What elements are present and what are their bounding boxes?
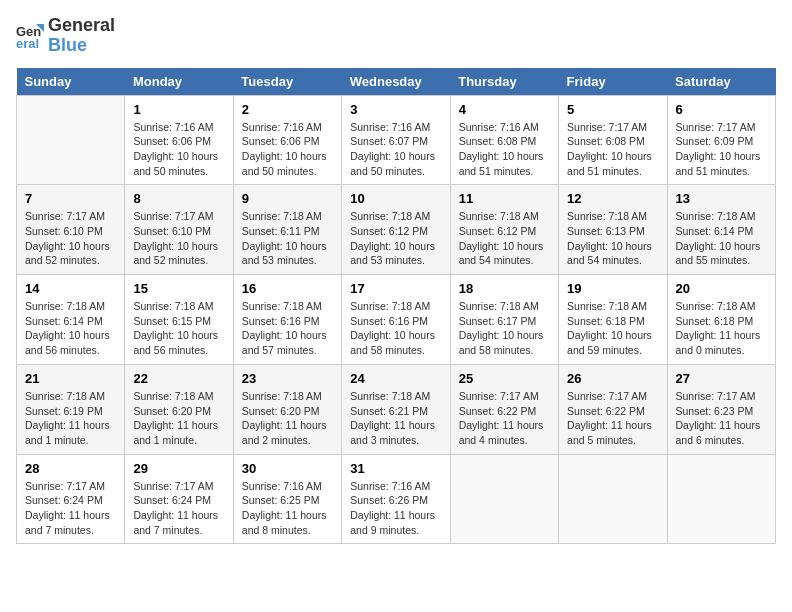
- calendar-cell: 31Sunrise: 7:16 AM Sunset: 6:26 PM Dayli…: [342, 454, 450, 544]
- calendar-cell: 23Sunrise: 7:18 AM Sunset: 6:20 PM Dayli…: [233, 364, 341, 454]
- calendar-cell: 4Sunrise: 7:16 AM Sunset: 6:08 PM Daylig…: [450, 95, 558, 185]
- day-info: Sunrise: 7:18 AM Sunset: 6:14 PM Dayligh…: [676, 209, 767, 268]
- column-header-sunday: Sunday: [17, 68, 125, 96]
- logo: Gen eral General Blue: [16, 16, 115, 56]
- day-info: Sunrise: 7:17 AM Sunset: 6:22 PM Dayligh…: [567, 389, 658, 448]
- column-header-saturday: Saturday: [667, 68, 775, 96]
- day-info: Sunrise: 7:18 AM Sunset: 6:12 PM Dayligh…: [350, 209, 441, 268]
- day-number: 8: [133, 191, 224, 206]
- calendar-cell: 19Sunrise: 7:18 AM Sunset: 6:18 PM Dayli…: [559, 275, 667, 365]
- calendar-cell: 9Sunrise: 7:18 AM Sunset: 6:11 PM Daylig…: [233, 185, 341, 275]
- day-info: Sunrise: 7:18 AM Sunset: 6:16 PM Dayligh…: [350, 299, 441, 358]
- page-header: Gen eral General Blue: [16, 16, 776, 56]
- calendar-cell: 7Sunrise: 7:17 AM Sunset: 6:10 PM Daylig…: [17, 185, 125, 275]
- calendar-cell: 12Sunrise: 7:18 AM Sunset: 6:13 PM Dayli…: [559, 185, 667, 275]
- day-info: Sunrise: 7:18 AM Sunset: 6:11 PM Dayligh…: [242, 209, 333, 268]
- calendar-cell: 18Sunrise: 7:18 AM Sunset: 6:17 PM Dayli…: [450, 275, 558, 365]
- day-number: 29: [133, 461, 224, 476]
- day-info: Sunrise: 7:18 AM Sunset: 6:20 PM Dayligh…: [133, 389, 224, 448]
- day-number: 17: [350, 281, 441, 296]
- calendar-cell: 3Sunrise: 7:16 AM Sunset: 6:07 PM Daylig…: [342, 95, 450, 185]
- calendar-cell: 11Sunrise: 7:18 AM Sunset: 6:12 PM Dayli…: [450, 185, 558, 275]
- day-number: 21: [25, 371, 116, 386]
- day-info: Sunrise: 7:18 AM Sunset: 6:18 PM Dayligh…: [567, 299, 658, 358]
- calendar-cell: 25Sunrise: 7:17 AM Sunset: 6:22 PM Dayli…: [450, 364, 558, 454]
- day-info: Sunrise: 7:16 AM Sunset: 6:06 PM Dayligh…: [133, 120, 224, 179]
- calendar-cell: 8Sunrise: 7:17 AM Sunset: 6:10 PM Daylig…: [125, 185, 233, 275]
- calendar-cell: 6Sunrise: 7:17 AM Sunset: 6:09 PM Daylig…: [667, 95, 775, 185]
- day-number: 6: [676, 102, 767, 117]
- calendar-cell: [559, 454, 667, 544]
- day-info: Sunrise: 7:16 AM Sunset: 6:06 PM Dayligh…: [242, 120, 333, 179]
- day-number: 31: [350, 461, 441, 476]
- calendar-week-5: 28Sunrise: 7:17 AM Sunset: 6:24 PM Dayli…: [17, 454, 776, 544]
- calendar-cell: 30Sunrise: 7:16 AM Sunset: 6:25 PM Dayli…: [233, 454, 341, 544]
- calendar-week-4: 21Sunrise: 7:18 AM Sunset: 6:19 PM Dayli…: [17, 364, 776, 454]
- calendar-cell: 24Sunrise: 7:18 AM Sunset: 6:21 PM Dayli…: [342, 364, 450, 454]
- day-info: Sunrise: 7:18 AM Sunset: 6:16 PM Dayligh…: [242, 299, 333, 358]
- day-number: 25: [459, 371, 550, 386]
- day-number: 30: [242, 461, 333, 476]
- logo-icon: Gen eral: [16, 22, 44, 50]
- day-info: Sunrise: 7:16 AM Sunset: 6:07 PM Dayligh…: [350, 120, 441, 179]
- column-header-thursday: Thursday: [450, 68, 558, 96]
- svg-text:eral: eral: [16, 36, 39, 50]
- calendar-cell: 27Sunrise: 7:17 AM Sunset: 6:23 PM Dayli…: [667, 364, 775, 454]
- calendar-cell: [667, 454, 775, 544]
- day-info: Sunrise: 7:17 AM Sunset: 6:24 PM Dayligh…: [25, 479, 116, 538]
- day-number: 12: [567, 191, 658, 206]
- calendar-week-3: 14Sunrise: 7:18 AM Sunset: 6:14 PM Dayli…: [17, 275, 776, 365]
- day-info: Sunrise: 7:17 AM Sunset: 6:08 PM Dayligh…: [567, 120, 658, 179]
- day-number: 23: [242, 371, 333, 386]
- calendar-cell: 22Sunrise: 7:18 AM Sunset: 6:20 PM Dayli…: [125, 364, 233, 454]
- day-number: 20: [676, 281, 767, 296]
- calendar-week-1: 1Sunrise: 7:16 AM Sunset: 6:06 PM Daylig…: [17, 95, 776, 185]
- day-number: 26: [567, 371, 658, 386]
- calendar-cell: 10Sunrise: 7:18 AM Sunset: 6:12 PM Dayli…: [342, 185, 450, 275]
- day-info: Sunrise: 7:18 AM Sunset: 6:14 PM Dayligh…: [25, 299, 116, 358]
- calendar-cell: 2Sunrise: 7:16 AM Sunset: 6:06 PM Daylig…: [233, 95, 341, 185]
- calendar-cell: 28Sunrise: 7:17 AM Sunset: 6:24 PM Dayli…: [17, 454, 125, 544]
- day-info: Sunrise: 7:16 AM Sunset: 6:08 PM Dayligh…: [459, 120, 550, 179]
- day-info: Sunrise: 7:17 AM Sunset: 6:10 PM Dayligh…: [25, 209, 116, 268]
- day-number: 15: [133, 281, 224, 296]
- day-info: Sunrise: 7:16 AM Sunset: 6:25 PM Dayligh…: [242, 479, 333, 538]
- calendar-cell: 1Sunrise: 7:16 AM Sunset: 6:06 PM Daylig…: [125, 95, 233, 185]
- calendar-cell: 13Sunrise: 7:18 AM Sunset: 6:14 PM Dayli…: [667, 185, 775, 275]
- day-info: Sunrise: 7:18 AM Sunset: 6:17 PM Dayligh…: [459, 299, 550, 358]
- day-number: 9: [242, 191, 333, 206]
- calendar-cell: 17Sunrise: 7:18 AM Sunset: 6:16 PM Dayli…: [342, 275, 450, 365]
- day-info: Sunrise: 7:18 AM Sunset: 6:15 PM Dayligh…: [133, 299, 224, 358]
- day-number: 16: [242, 281, 333, 296]
- calendar-header-row: SundayMondayTuesdayWednesdayThursdayFrid…: [17, 68, 776, 96]
- day-number: 11: [459, 191, 550, 206]
- day-number: 4: [459, 102, 550, 117]
- day-number: 13: [676, 191, 767, 206]
- day-number: 24: [350, 371, 441, 386]
- day-info: Sunrise: 7:18 AM Sunset: 6:18 PM Dayligh…: [676, 299, 767, 358]
- day-number: 10: [350, 191, 441, 206]
- day-info: Sunrise: 7:17 AM Sunset: 6:10 PM Dayligh…: [133, 209, 224, 268]
- day-number: 1: [133, 102, 224, 117]
- calendar-cell: 16Sunrise: 7:18 AM Sunset: 6:16 PM Dayli…: [233, 275, 341, 365]
- calendar-cell: 26Sunrise: 7:17 AM Sunset: 6:22 PM Dayli…: [559, 364, 667, 454]
- column-header-wednesday: Wednesday: [342, 68, 450, 96]
- day-number: 3: [350, 102, 441, 117]
- day-info: Sunrise: 7:17 AM Sunset: 6:23 PM Dayligh…: [676, 389, 767, 448]
- day-number: 5: [567, 102, 658, 117]
- calendar-cell: 15Sunrise: 7:18 AM Sunset: 6:15 PM Dayli…: [125, 275, 233, 365]
- calendar-cell: 29Sunrise: 7:17 AM Sunset: 6:24 PM Dayli…: [125, 454, 233, 544]
- calendar-cell: 5Sunrise: 7:17 AM Sunset: 6:08 PM Daylig…: [559, 95, 667, 185]
- day-info: Sunrise: 7:18 AM Sunset: 6:13 PM Dayligh…: [567, 209, 658, 268]
- day-info: Sunrise: 7:18 AM Sunset: 6:19 PM Dayligh…: [25, 389, 116, 448]
- calendar-cell: 14Sunrise: 7:18 AM Sunset: 6:14 PM Dayli…: [17, 275, 125, 365]
- calendar-cell: 20Sunrise: 7:18 AM Sunset: 6:18 PM Dayli…: [667, 275, 775, 365]
- day-info: Sunrise: 7:18 AM Sunset: 6:20 PM Dayligh…: [242, 389, 333, 448]
- column-header-tuesday: Tuesday: [233, 68, 341, 96]
- day-number: 2: [242, 102, 333, 117]
- day-info: Sunrise: 7:18 AM Sunset: 6:12 PM Dayligh…: [459, 209, 550, 268]
- calendar-cell: [450, 454, 558, 544]
- day-number: 14: [25, 281, 116, 296]
- calendar-table: SundayMondayTuesdayWednesdayThursdayFrid…: [16, 68, 776, 545]
- day-number: 28: [25, 461, 116, 476]
